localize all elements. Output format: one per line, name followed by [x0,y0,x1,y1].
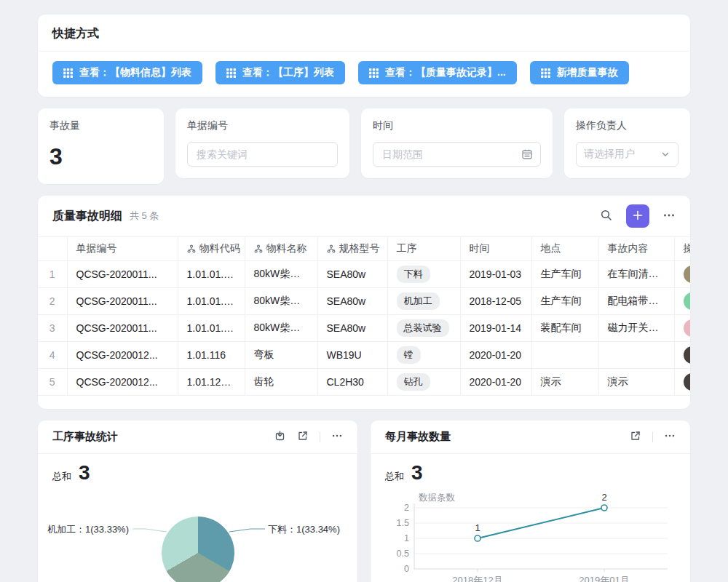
operator-select-placeholder: 请选择用户 [584,148,654,161]
filter-row: 事故量 3 单据编号 时间 操作负责人 请选择用户 [38,108,690,184]
column-header-label: 事故内容 [608,242,649,255]
line-chart-header: 每月事故数量 [371,420,690,454]
process-tag: 钻孔 [397,373,430,391]
cell-owner [674,369,690,396]
column-header-label: 时间 [470,242,490,255]
calendar-icon[interactable] [521,148,533,160]
table-scroll-area[interactable]: 单据编号物料代码物料名称规格型号工序时间地点事故内容操作负责人 1QCSG-20… [38,236,690,396]
incident-count-value: 3 [50,145,152,168]
table-row[interactable]: 1QCSG-2020011...1.01.01.00380kW柴油...SEA8… [38,261,690,288]
y-tick-label: 2 [404,503,409,513]
y-tick-label: 0.5 [397,549,409,559]
table-search-button[interactable] [600,209,613,224]
column-header-label: 规格型号 [339,242,380,255]
pie-chart-more-button[interactable] [331,430,343,444]
pie-label-blanking: 下料：1(33.34%) [268,523,340,536]
open-external-icon [630,430,641,444]
avatar [684,346,691,364]
doc-no-search-input[interactable] [187,142,338,167]
column-header-material_name[interactable]: 物料名称 [245,237,317,261]
column-header-label: 地点 [541,242,561,255]
shortcut-view-material-list-button[interactable]: 查看：【物料信息】列表 [52,61,202,84]
table-record-count: 共 5 条 [130,210,159,223]
table-title-bar: 质量事故明细 共 5 条 [38,196,690,236]
line-total-label: 总和 [385,470,404,483]
line-chart[interactable]: 数据条数00.511.522018年12月2019年01月12时间（月） [385,487,676,582]
divider [320,432,320,442]
cell-content: 磁力开关短... [598,315,674,342]
line-chart-more-button[interactable] [664,430,676,444]
column-header-material_code[interactable]: 物料代码 [178,237,245,261]
ellipsis-icon [331,430,343,444]
date-range-field[interactable] [381,148,515,161]
time-filter-label: 时间 [373,119,541,132]
shortcuts-title: 快捷方式 [38,15,690,52]
operator-filter-label: 操作负责人 [576,119,678,132]
open-external-icon-button[interactable] [630,430,641,444]
download-chart-button[interactable] [274,430,286,444]
column-header-content[interactable]: 事故内容 [598,237,674,261]
cell-doc_no: QCSG-2020011... [67,315,178,342]
pie-chart-title: 工序事故统计 [52,430,118,444]
pie[interactable] [162,517,234,582]
column-header-time[interactable]: 时间 [460,237,531,261]
cell-location: 装配车间 [531,315,598,342]
shortcut-view-quality-records-button[interactable]: 查看：【质量事故记录】... [358,61,517,84]
avatar [684,319,691,337]
table-body: 1QCSG-2020011...1.01.01.00380kW柴油...SEA8… [38,261,690,396]
pie-total-line: 总和 3 [52,461,343,485]
y-tick-label: 1.5 [397,518,409,528]
cell-material_code: 1.01.116 [178,342,245,369]
grid-icon [541,68,550,78]
table-row[interactable]: 3QCSG-2020011...1.01.01.00380kW柴油...SEA8… [38,315,690,342]
column-header-index[interactable] [38,237,67,261]
date-range-input[interactable] [373,142,541,167]
grid-icon [369,68,379,78]
cell-content: 演示 [598,369,674,396]
doc-no-search-field[interactable] [195,148,330,161]
cell-process: 钻孔 [387,369,460,396]
table-row[interactable]: 5QCSG-2020012...1.01.120.01齿轮CL2H30钻孔202… [38,369,690,396]
grid-icon [63,68,73,78]
line-total-line: 总和 3 [385,461,676,485]
column-header-location[interactable]: 地点 [531,237,598,261]
cell-process: 总装试验 [387,315,460,342]
row-index: 3 [38,315,67,342]
pie-chart-actions [274,430,343,444]
cell-doc_no: QCSG-2020011... [67,288,178,315]
doc-no-filter-label: 单据编号 [187,119,338,132]
table-row[interactable]: 2QCSG-2020011...1.01.01.00380kW柴油...SEA8… [38,288,690,315]
data-point-label: 1 [475,522,480,533]
open-external-icon-button[interactable] [297,430,309,444]
cell-spec: WB19U [317,342,387,369]
avatar [684,292,691,310]
shortcut-view-process-list-button[interactable]: 查看：【工序】列表 [215,61,345,84]
column-header-process[interactable]: 工序 [387,237,460,261]
row-index: 5 [38,369,67,396]
table-more-button[interactable] [662,209,676,224]
add-record-button[interactable] [626,204,649,228]
column-header-owner[interactable]: 操作负责人 [674,237,690,261]
cell-owner [674,315,690,342]
shortcut-add-quality-incident-button[interactable]: 新增质量事故 [530,61,629,84]
y-axis-label: 数据条数 [419,493,456,503]
cell-content [598,342,674,369]
plus-icon [632,210,644,223]
column-header-doc_no[interactable]: 单据编号 [67,237,178,261]
chevron-down-icon [660,149,670,159]
cell-owner [674,288,690,315]
cell-doc_no: QCSG-2020012... [67,342,178,369]
leader-line-left [132,529,167,532]
process-tag: 总装试验 [397,319,449,337]
table-row[interactable]: 4QCSG-2020012...1.01.116弯板WB19U镗2020-01-… [38,342,690,369]
column-header-spec[interactable]: 规格型号 [317,237,387,261]
column-header-label: 物料代码 [199,242,240,255]
operator-select[interactable]: 请选择用户 [576,142,678,167]
cell-location: 生产车间 [531,288,598,315]
row-index: 2 [38,288,67,315]
line-chart-actions [630,430,676,444]
cell-spec: SEA80w [317,288,387,315]
cell-time: 2019-01-14 [460,315,531,342]
pie-chart-body: 总和 3 机加工：1(33.33%) 下料：1(33.34%) 总装试验：1(3… [38,454,357,582]
linked-field-icon [327,244,336,253]
